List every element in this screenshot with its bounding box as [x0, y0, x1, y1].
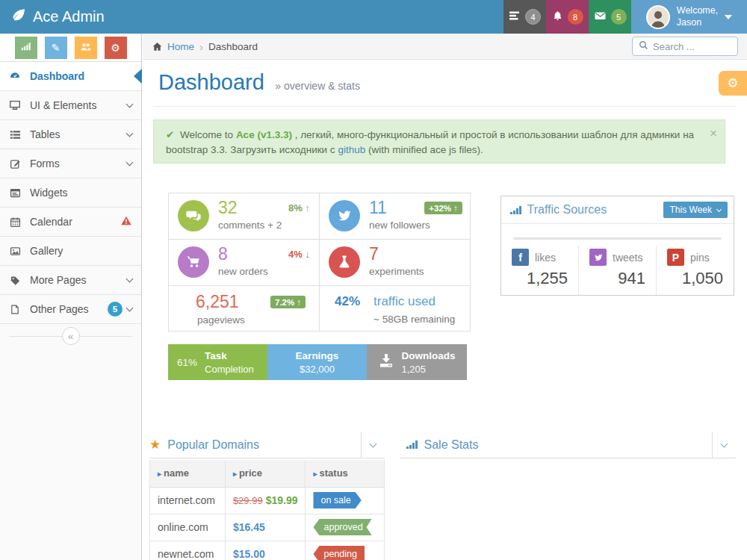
page-title: Dashboard	[158, 70, 264, 94]
github-link[interactable]: github	[338, 144, 365, 155]
table-row[interactable]: newnet.com $15.00 pending	[150, 541, 385, 560]
settings-gear-button[interactable]: ⚙	[719, 71, 747, 96]
traffic-sources-stats: f likes 1,255 tweets 941	[501, 246, 734, 295]
column-header-status[interactable]: ▸status	[306, 460, 385, 487]
traffic-sources-title: Traffic Sources	[527, 203, 607, 217]
comments-stat: 8% ↑	[288, 202, 310, 214]
sidebar-item-label: Dashboard	[30, 70, 84, 82]
messages-menu-button[interactable]: 5	[589, 0, 631, 34]
tasks-menu-button[interactable]: 4	[503, 0, 546, 34]
task-completion-percent: 61%	[177, 357, 197, 368]
leaf-icon	[10, 7, 27, 27]
cart-icon	[178, 246, 209, 278]
sidebar-item-label: Gallery	[30, 245, 63, 257]
user-caret-icon	[725, 15, 732, 19]
settings-shortcut-button[interactable]: ⚙	[105, 37, 127, 59]
slider-track[interactable]	[513, 237, 722, 240]
sidebar-item-tables[interactable]: Tables	[0, 120, 141, 149]
downloads-label: Downloads 1,205	[401, 349, 455, 376]
users-shortcut-button[interactable]	[75, 37, 97, 59]
bar-chart-icon	[406, 441, 418, 449]
infobox-experiments: 7 experiments	[320, 240, 471, 286]
sidebar-item-label: Widgets	[30, 187, 68, 199]
twitter-icon	[589, 249, 607, 266]
pinterest-icon: P	[667, 249, 684, 266]
sidebar-item-ui-elements[interactable]: UI & Elements	[0, 91, 141, 120]
avatar	[646, 5, 670, 29]
check-icon: ✔	[166, 129, 174, 140]
alert-close-icon[interactable]: ×	[710, 126, 717, 141]
tweets-stat: tweets 941	[578, 246, 656, 295]
column-header-name[interactable]: ▸name	[150, 460, 226, 487]
new-price: $19.99	[266, 494, 298, 506]
page-subtitle: » overview & stats	[275, 80, 360, 92]
user-menu-button[interactable]: Welcome, Jason	[631, 0, 747, 34]
infobox-grid: 32 comments + 2 8% ↑ 11 new followers +3…	[168, 193, 471, 332]
search-input[interactable]	[653, 41, 731, 52]
sale-stats-title: Sale Stats	[424, 438, 479, 452]
download-icon	[378, 352, 394, 372]
sidebar-item-dashboard[interactable]: Dashboard	[0, 62, 141, 91]
pageviews-count: 6,251	[196, 292, 239, 312]
notifications-menu-button[interactable]: 8	[546, 0, 589, 34]
notifications-count-badge: 8	[568, 9, 583, 25]
likes-stat: f likes 1,255	[501, 246, 578, 295]
collapse-widget-button[interactable]	[712, 432, 736, 458]
sidebar-item-other-pages[interactable]: Other Pages 5	[0, 295, 141, 324]
status-badge: pending	[313, 546, 365, 560]
star-icon: ★	[149, 437, 161, 452]
chevron-down-icon	[126, 305, 134, 312]
sidebar-item-label: Other Pages	[30, 303, 89, 315]
search-box	[632, 37, 738, 56]
infobox-pageviews: 6,251 7.2% ↑ pageviews	[169, 286, 320, 332]
popular-domains-title: Popular Domains	[167, 438, 259, 452]
mini-stats-bar: 61% Task Completion Earnings $32,000	[168, 344, 467, 380]
home-icon	[152, 41, 163, 52]
status-badge: on sale	[313, 492, 361, 508]
domain-price: $15.00	[225, 541, 306, 560]
welcome-alert: ✔ Welcome to Ace (v1.3.3) , легкий, мног…	[153, 119, 725, 164]
orders-label: new orders	[218, 266, 268, 277]
domain-status: approved	[306, 514, 385, 541]
table-row[interactable]: internet.com $29.99$19.99 on sale	[150, 487, 385, 514]
tag-icon	[7, 275, 22, 286]
chevron-up-icon	[370, 440, 377, 447]
sidebar-item-gallery[interactable]: Gallery	[0, 237, 141, 266]
tasks-count-badge: 4	[525, 9, 541, 25]
desktop-icon	[7, 99, 22, 111]
pins-stat: P pins 1,050	[656, 246, 734, 295]
sidebar-item-more-pages[interactable]: More Pages	[0, 266, 141, 295]
breadcrumb-home-link[interactable]: Home	[167, 41, 194, 52]
comments-icon	[178, 200, 209, 231]
collapse-widget-button[interactable]	[361, 432, 385, 458]
brand[interactable]: Ace Admin	[0, 7, 105, 27]
earnings-stat: Earnings $32,000	[267, 344, 367, 380]
messages-count-badge: 5	[611, 9, 627, 25]
sort-arrow-icon: ▸	[233, 470, 237, 478]
column-header-price[interactable]: ▸price	[225, 460, 306, 487]
chevron-down-icon	[126, 276, 134, 283]
edit-shortcut-button[interactable]: ✎	[45, 37, 67, 59]
sidebar-collapse-button[interactable]: «	[62, 327, 80, 345]
stats-shortcut-button[interactable]	[15, 37, 37, 59]
alert-text-prefix: Welcome to	[180, 129, 233, 140]
domain-status: on sale	[306, 487, 385, 514]
sidebar-item-forms[interactable]: Forms	[0, 149, 141, 178]
sale-stats-widget: Sale Stats	[400, 432, 736, 458]
likes-label: likes	[535, 252, 556, 264]
top-navbar: Ace Admin 4 8 5	[0, 0, 747, 34]
table-list-icon	[7, 129, 22, 140]
tweets-label: tweets	[613, 252, 642, 264]
page-content: Dashboard » overview & stats ⚙ ✔ Welcome…	[143, 60, 747, 560]
table-row[interactable]: online.com $16.45 approved	[150, 514, 385, 541]
likes-value: 1,255	[512, 269, 568, 288]
infobox-followers: 11 new followers +32% ↑	[320, 193, 471, 240]
pencil-icon: ✎	[52, 42, 61, 54]
period-dropdown-button[interactable]: This Week	[663, 202, 728, 218]
alert-text-suffix: (with minified ace js files).	[368, 144, 483, 155]
followers-label: new followers	[369, 220, 430, 231]
domain-name: online.com	[150, 514, 226, 541]
sidebar-item-calendar[interactable]: Calendar	[0, 208, 141, 237]
sidebar-item-widgets[interactable]: Widgets	[0, 178, 141, 208]
breadcrumb-current: Dashboard	[208, 41, 258, 52]
